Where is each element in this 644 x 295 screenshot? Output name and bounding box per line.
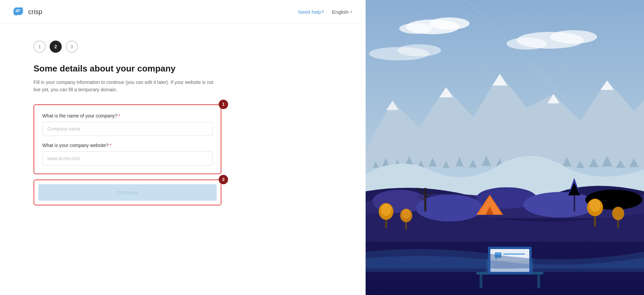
step-indicators: 1 2 3 xyxy=(34,41,332,53)
language-label: English xyxy=(332,9,348,15)
header-right: Need help? English ▾ xyxy=(298,9,352,15)
step-3-label: 3 xyxy=(70,44,73,49)
need-help-link[interactable]: Need help? xyxy=(298,9,324,15)
annotation-badge-2: 2 xyxy=(219,175,228,184)
company-name-input[interactable] xyxy=(42,122,213,136)
svg-point-42 xyxy=(523,192,597,217)
company-name-label: What is the name of your company?* xyxy=(42,113,213,118)
svg-point-58 xyxy=(612,207,624,220)
svg-rect-4 xyxy=(16,10,20,10)
page-title: Some details about your company xyxy=(34,63,332,74)
svg-rect-66 xyxy=(480,275,482,288)
svg-marker-3 xyxy=(15,14,17,16)
step-1-circle: 1 xyxy=(34,41,46,53)
scene-illustration xyxy=(366,0,644,295)
header: crisp Need help? English ▾ xyxy=(0,0,366,24)
continue-button[interactable]: Continue xyxy=(38,184,217,201)
step-3-circle: 3 xyxy=(66,41,78,53)
required-star-2: * xyxy=(110,143,111,148)
svg-point-11 xyxy=(550,30,597,44)
company-website-input[interactable] xyxy=(42,151,213,165)
annotation-badge-1: 1 xyxy=(219,100,228,109)
form-card: What is the name of your company?* What … xyxy=(34,104,221,174)
right-panel xyxy=(366,0,644,295)
svg-rect-50 xyxy=(424,188,426,211)
svg-point-56 xyxy=(589,199,601,212)
left-panel: crisp Need help? English ▾ 1 2 3 Some de… xyxy=(0,0,366,295)
svg-point-46 xyxy=(381,204,391,216)
step-2-circle: 2 xyxy=(50,41,62,53)
svg-point-49 xyxy=(402,209,411,219)
svg-point-14 xyxy=(397,44,441,56)
form-section: What is the name of your company?* What … xyxy=(34,104,221,205)
svg-point-9 xyxy=(399,23,433,34)
chevron-down-icon: ▾ xyxy=(351,10,352,14)
svg-point-12 xyxy=(506,38,547,50)
button-card: Continue xyxy=(34,180,221,205)
page-description: Fill in your company information to cont… xyxy=(34,79,215,94)
svg-rect-73 xyxy=(503,253,525,255)
language-selector[interactable]: English ▾ xyxy=(332,9,352,15)
logo-text: crisp xyxy=(28,8,42,16)
company-website-label: What is your company website?* xyxy=(42,143,213,148)
step-2-label: 2 xyxy=(54,44,57,49)
logo-area: crisp xyxy=(13,7,42,17)
button-card-wrapper: Continue 2 xyxy=(34,180,221,205)
main-content: 1 2 3 Some details about your company Fi… xyxy=(0,24,366,295)
required-star-1: * xyxy=(118,113,120,118)
crisp-logo-icon xyxy=(13,7,25,17)
step-1-label: 1 xyxy=(38,44,41,49)
form-card-wrapper: What is the name of your company?* What … xyxy=(34,104,221,174)
svg-rect-5 xyxy=(16,11,19,12)
svg-rect-67 xyxy=(537,275,540,288)
